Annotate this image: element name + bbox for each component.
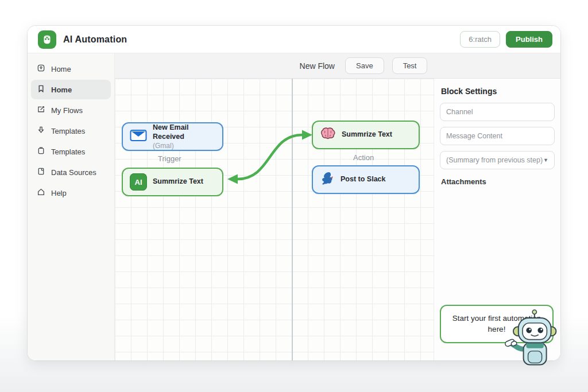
node-title: New Email Received [153,123,215,141]
node-post-to-slack[interactable]: Post to Slack [312,165,420,194]
email-icon [130,129,147,145]
sidebar-item-label: Home [51,65,71,73]
node-new-email-received[interactable]: New Email Received (Gmal) [122,122,223,151]
sidebar-item-home-active[interactable]: Home [31,80,111,99]
ai-badge-icon: AI [130,173,147,191]
block-settings-panel: Block Settings (Summary from previous st… [434,79,560,360]
sidebar-item-label: My Flows [51,106,83,115]
house-icon [37,188,45,198]
document-icon [37,167,45,177]
flow-name-label: New Flow [300,61,335,71]
flow-toolbar: New Flow Save Test [115,53,560,79]
node-title: Summrize Text [342,130,392,139]
save-button[interactable]: Save [345,57,384,74]
flow-canvas[interactable]: New Email Received (Gmal) Trigger AI Sum… [115,79,434,360]
action-caption: Action [353,153,374,162]
message-content-input[interactable] [440,127,555,145]
test-button[interactable]: Test [392,57,428,74]
chevron-down-icon: ▼ [543,157,548,163]
download-icon [37,126,45,136]
page-title: AI Automation [63,34,127,45]
attachments-label: Attachments [441,177,555,186]
sidebar-item-label: Data Sources [51,168,96,177]
sidebar-item-help[interactable]: Help [31,183,111,203]
panel-heading: Block Settings [441,87,555,96]
sidebar: Home Home My Flows Templates [28,53,115,360]
clipboard-icon [37,146,45,157]
flows-icon [37,105,45,115]
node-title: Summrize Text [153,177,203,187]
home-icon [37,64,45,74]
sidebar-item-templates[interactable]: Templates [31,121,111,141]
app-window: AI Automation 6:ratch Publish Home Home [28,26,560,360]
brain-icon [320,127,336,143]
node-summarize-text-ai[interactable]: AI Summrize Text [122,168,223,196]
search-button[interactable]: 6:ratch [460,31,500,48]
app-header: AI Automation 6:ratch Publish [28,26,560,53]
publish-button[interactable]: Publish [506,31,552,48]
summary-source-dropdown[interactable]: (Summary from previous step) ▼ [440,151,555,169]
robot-mascot-icon[interactable] [504,309,559,371]
bookmark-icon [37,84,45,95]
node-title: Post to Slack [341,175,386,184]
canvas-divider [292,79,293,360]
node-subtitle: (Gmal) [153,142,215,150]
sidebar-item-label: Home [51,86,72,94]
sidebar-item-data-sources[interactable]: Data Sources [31,162,111,182]
robot-logo-icon [38,30,56,49]
sidebar-item-my-flows[interactable]: My Flows [31,100,111,120]
node-summarize-text-action[interactable]: Summrize Text [312,121,420,149]
slack-icon [320,171,335,188]
sidebar-item-label: Templates [51,148,85,156]
sidebar-item-home[interactable]: Home [31,59,111,79]
sidebar-item-label: Templates [51,127,85,135]
sidebar-item-templates-2[interactable]: Templates [31,142,111,161]
channel-input[interactable] [440,103,555,121]
sidebar-item-label: Help [51,189,67,197]
dropdown-value: (Summary from previous step) [446,156,543,164]
trigger-caption: Trigger [158,154,181,163]
